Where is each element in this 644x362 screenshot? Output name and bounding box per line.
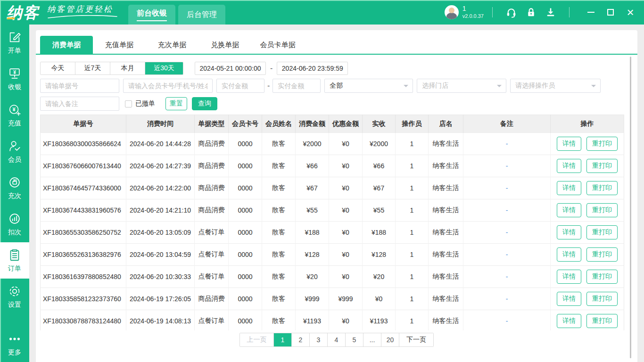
orders-table-wrap: 单据号 消费时间 单据类型 会员卡号 会员姓名 消费金额 优惠金额 实收 操作员…	[40, 115, 633, 330]
col-card: 会员卡号	[229, 115, 262, 133]
tab-member-card-orders[interactable]: 会员卡单据	[251, 36, 304, 54]
tab-times-orders[interactable]: 充次单据	[146, 36, 198, 54]
chevron-down-icon	[497, 85, 502, 90]
prev-page-button[interactable]: 上一页	[240, 333, 274, 346]
sidebar-item-open-bill[interactable]: 开单	[0, 25, 29, 61]
close-icon[interactable]: ×	[623, 5, 637, 19]
detail-button[interactable]: 详情	[557, 247, 581, 262]
download-icon[interactable]	[545, 6, 557, 18]
divider	[569, 7, 570, 17]
lock-icon[interactable]	[525, 6, 537, 18]
sidebar: 开单 ¥ 收银 ¥ 充值 会员 充次	[0, 25, 29, 362]
date-to-input[interactable]	[277, 62, 348, 75]
order-type-select[interactable]: 全部	[324, 79, 413, 93]
order-no-input[interactable]	[40, 79, 119, 93]
filter-row-date: 今天 近7天 本月 近30天 -	[40, 62, 633, 75]
tab-consume-orders[interactable]: 消费单据	[40, 36, 93, 54]
table-row: XF1803674645774336000 2024-06-20 14:22:0…	[41, 177, 624, 199]
document-tabs: 消费单据 充值单据 充次单据 兑换单据 会员卡单据	[36, 30, 637, 55]
search-button[interactable]: 查询	[192, 97, 217, 110]
sidebar-item-cashier[interactable]: ¥ 收银	[0, 61, 29, 97]
detail-button[interactable]: 详情	[557, 203, 581, 217]
range-month-button[interactable]: 本月	[110, 62, 145, 74]
tab-backend-admin[interactable]: 后台管理	[178, 5, 225, 25]
reprint-button[interactable]: 重打印	[586, 270, 618, 284]
reprint-button[interactable]: 重打印	[586, 247, 618, 262]
page-4-button[interactable]: 4	[328, 333, 346, 346]
table-row: XF1803655263136382976 2024-06-20 13:04:5…	[41, 244, 624, 266]
page-20-button[interactable]: 20	[381, 333, 399, 346]
detail-button[interactable]: 详情	[557, 292, 581, 306]
col-actions: 操作	[551, 115, 624, 133]
remark-input[interactable]	[40, 97, 119, 111]
reprint-button[interactable]: 重打印	[586, 203, 618, 217]
detail-button[interactable]: 详情	[557, 225, 581, 239]
user-avatar[interactable]	[445, 5, 459, 19]
minimize-icon[interactable]	[584, 5, 598, 19]
detail-button[interactable]: 详情	[557, 159, 581, 173]
reprint-button[interactable]: 重打印	[586, 292, 618, 306]
reprint-button[interactable]: 重打印	[586, 181, 618, 195]
member-search-input[interactable]	[123, 79, 213, 93]
table-row: XF1803655303586250752 2024-06-20 13:05:0…	[41, 222, 624, 244]
col-time: 消费时间	[126, 115, 195, 133]
add-times-icon	[8, 175, 22, 189]
range-today-button[interactable]: 今天	[41, 62, 75, 74]
page-5-button[interactable]: 5	[346, 333, 363, 346]
table-header-row: 单据号 消费时间 单据类型 会员卡号 会员姓名 消费金额 优惠金额 实收 操作员…	[41, 115, 624, 133]
table-row: XF1803358581232373760 2024-06-19 17:26:0…	[41, 288, 624, 310]
operator-select[interactable]: 请选择操作员	[510, 79, 601, 93]
member-icon	[8, 139, 22, 153]
amount-range-dash: -	[267, 82, 270, 90]
detail-button[interactable]: 详情	[557, 137, 581, 151]
settings-icon	[8, 284, 22, 298]
tab-exchange-orders[interactable]: 兑换单据	[198, 36, 251, 54]
page-1-button[interactable]: 1	[274, 333, 292, 346]
detail-button[interactable]: 详情	[557, 270, 581, 284]
sidebar-item-deduct-times[interactable]: 扣次	[0, 206, 29, 242]
col-paid: 实收	[363, 115, 396, 133]
col-store: 店名	[429, 115, 463, 133]
filter-row-actions: 已撤单 重置 查询	[40, 97, 633, 111]
quick-range-group: 今天 近7天 本月 近30天	[40, 62, 183, 75]
range-7days-button[interactable]: 近7天	[75, 62, 110, 74]
sidebar-item-recharge[interactable]: ¥ 充值	[0, 97, 29, 133]
reprint-button[interactable]: 重打印	[586, 137, 618, 151]
tab-front-cashier[interactable]: 前台收银	[128, 5, 175, 25]
store-select[interactable]: 选择门店	[417, 79, 506, 93]
vertical-scrollbar[interactable]	[630, 57, 631, 358]
page-2-button[interactable]: 2	[292, 333, 310, 346]
date-from-input[interactable]	[195, 62, 266, 75]
chevron-down-icon	[591, 85, 596, 90]
amount-min-input[interactable]	[216, 79, 264, 93]
app-slogan: 纳客管店更轻松	[47, 4, 118, 19]
orders-table: 单据号 消费时间 单据类型 会员卡号 会员姓名 消费金额 优惠金额 实收 操作员…	[40, 115, 624, 330]
sidebar-item-add-times[interactable]: 充次	[0, 170, 29, 206]
sidebar-item-more[interactable]: 更多	[0, 330, 29, 358]
revoked-label: 已撤单	[135, 99, 155, 108]
page-ellipsis[interactable]: ...	[363, 333, 381, 346]
reprint-button[interactable]: 重打印	[586, 225, 618, 239]
amount-max-input[interactable]	[272, 79, 321, 93]
sidebar-item-settings[interactable]: 设置	[0, 279, 29, 315]
table-row: XF1803676066007613440 2024-06-20 14:27:3…	[41, 155, 624, 177]
page-3-button[interactable]: 3	[310, 333, 328, 346]
reprint-button[interactable]: 重打印	[586, 314, 618, 328]
chevron-down-icon	[404, 85, 408, 90]
orders-icon	[8, 248, 22, 262]
support-icon[interactable]	[505, 6, 517, 18]
svg-text:¥: ¥	[13, 70, 16, 75]
next-page-button[interactable]: 下一页	[399, 333, 433, 346]
sidebar-item-member[interactable]: 会员	[0, 133, 29, 170]
svg-text:¥: ¥	[12, 107, 16, 112]
range-30days-button[interactable]: 近30天	[145, 62, 183, 74]
revoked-checkbox[interactable]	[125, 100, 132, 107]
reprint-button[interactable]: 重打印	[586, 159, 618, 173]
detail-button[interactable]: 详情	[557, 181, 581, 195]
tab-recharge-orders[interactable]: 充值单据	[93, 36, 146, 54]
detail-button[interactable]: 详情	[557, 314, 581, 328]
sidebar-item-orders[interactable]: 订单	[0, 242, 29, 279]
reset-button[interactable]: 重置	[165, 97, 187, 110]
col-discount: 优惠金额	[329, 115, 363, 133]
maximize-icon[interactable]	[603, 5, 618, 19]
